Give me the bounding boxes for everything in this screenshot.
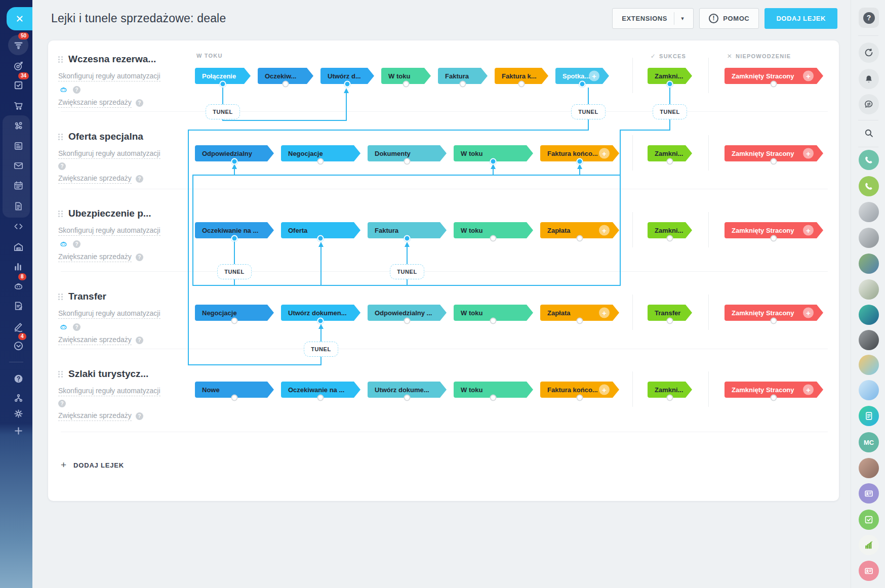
stage-connector-dot[interactable] bbox=[404, 318, 410, 324]
sidebar-item-mail[interactable] bbox=[8, 155, 28, 176]
configure-automation-link[interactable]: Skonfiguruj reguły automatyzacji bbox=[58, 309, 160, 319]
stage-connector-dot[interactable] bbox=[317, 158, 324, 165]
sidebar-item-dev[interactable] bbox=[8, 216, 28, 236]
sidebar-item-docs[interactable] bbox=[8, 196, 28, 216]
avatar-chat-illustration-2[interactable] bbox=[859, 380, 879, 400]
help-hint-icon[interactable]: ? bbox=[73, 86, 81, 94]
add-funnel-link[interactable]: + DODAJ LEJEK bbox=[61, 460, 124, 470]
avatar-user-3[interactable] bbox=[859, 458, 879, 478]
configure-automation-link[interactable]: Skonfiguruj reguły automatyzacji bbox=[58, 386, 160, 396]
stage-connector-dot[interactable] bbox=[666, 395, 673, 401]
add-stage-icon[interactable]: + bbox=[803, 385, 814, 395]
tunnel-badge[interactable]: TUNEL bbox=[390, 264, 424, 279]
stage-connector-dot[interactable] bbox=[666, 235, 673, 242]
stage-connector-dot[interactable] bbox=[490, 395, 497, 401]
add-stage-icon[interactable]: + bbox=[803, 71, 814, 81]
drag-handle-icon[interactable] bbox=[58, 134, 63, 140]
notifications-icon[interactable] bbox=[859, 69, 879, 89]
sidebar-item-company[interactable] bbox=[8, 237, 28, 257]
upsell-link[interactable]: Zwiększanie sprzedaży bbox=[58, 411, 132, 421]
stage-connector-dot[interactable] bbox=[344, 81, 350, 88]
funnel-name[interactable]: Szlaki turystycz... bbox=[68, 368, 148, 380]
stage-connector-dot[interactable] bbox=[231, 395, 237, 401]
upsell-link[interactable]: Zwiększanie sprzedaży bbox=[58, 252, 132, 262]
avatar-chat-chart[interactable] bbox=[859, 535, 879, 555]
stage-connector-dot[interactable] bbox=[666, 81, 673, 88]
help-button[interactable]: ! POMOC bbox=[699, 8, 759, 29]
sidebar-item-crm[interactable]: 50 bbox=[8, 35, 28, 55]
funnel-name[interactable]: Wczesna rezerwa... bbox=[68, 54, 156, 65]
funnel-name[interactable]: Oferta specjalna bbox=[68, 131, 143, 142]
stage-connector-dot[interactable] bbox=[518, 81, 525, 88]
help-hint-icon[interactable]: ? bbox=[136, 337, 143, 344]
sidebar-item-analytics[interactable] bbox=[8, 256, 28, 276]
sidebar-item-help[interactable] bbox=[8, 368, 28, 389]
sidebar-item-contracts[interactable] bbox=[8, 296, 28, 316]
avatar-chat-contacts-purple[interactable] bbox=[859, 483, 879, 503]
sidebar-item-shop[interactable] bbox=[8, 95, 28, 115]
tunnel-badge[interactable]: TUNEL bbox=[653, 104, 687, 119]
messenger-icon[interactable] bbox=[859, 94, 879, 114]
stage-connector-dot[interactable] bbox=[317, 318, 324, 324]
tunnel-badge[interactable]: TUNEL bbox=[571, 104, 606, 119]
tunnel-badge[interactable]: TUNEL bbox=[206, 104, 240, 119]
stage-connector-dot[interactable] bbox=[403, 81, 409, 88]
avatar-chat-contacts-pink[interactable] bbox=[859, 561, 879, 581]
help-hint-icon[interactable]: ? bbox=[136, 254, 143, 261]
stage-connector-dot[interactable] bbox=[231, 318, 237, 324]
stage-connector-dot[interactable] bbox=[771, 395, 777, 401]
history-icon[interactable] bbox=[859, 43, 879, 63]
stage-connector-dot[interactable] bbox=[317, 235, 324, 242]
configure-automation-link[interactable]: Skonfiguruj reguły automatyzacji bbox=[58, 226, 160, 236]
add-stage-icon[interactable]: + bbox=[599, 308, 610, 318]
help-hint-icon[interactable]: ? bbox=[73, 240, 81, 248]
drag-handle-icon[interactable] bbox=[58, 56, 63, 63]
add-stage-icon[interactable]: + bbox=[803, 148, 814, 159]
stage-connector-dot[interactable] bbox=[231, 158, 237, 165]
add-stage-icon[interactable]: + bbox=[599, 385, 610, 395]
close-button[interactable] bbox=[7, 7, 32, 30]
stage-connector-dot[interactable] bbox=[576, 235, 583, 242]
help-hint-icon[interactable]: ? bbox=[58, 400, 66, 407]
extensions-button[interactable]: EXTENSIONS ▾ bbox=[612, 8, 694, 29]
stage-connector-dot[interactable] bbox=[666, 318, 673, 324]
add-stage-icon[interactable]: + bbox=[599, 225, 610, 236]
tunnel-badge[interactable]: TUNEL bbox=[304, 342, 338, 357]
stage-connector-dot[interactable] bbox=[404, 158, 410, 165]
stage-connector-dot[interactable] bbox=[490, 158, 497, 165]
stage-connector-dot[interactable] bbox=[459, 81, 466, 88]
chevron-down-icon[interactable]: ▾ bbox=[681, 15, 684, 22]
help-hint-icon[interactable]: ? bbox=[136, 175, 143, 183]
call-button-teal[interactable] bbox=[859, 150, 879, 170]
tunnel-badge[interactable]: TUNEL bbox=[217, 264, 252, 279]
stage-connector-dot[interactable] bbox=[771, 318, 777, 324]
call-button-green[interactable] bbox=[859, 176, 879, 196]
drag-handle-icon[interactable] bbox=[58, 371, 63, 377]
avatar-initials-mc[interactable]: MC bbox=[859, 432, 879, 452]
sidebar-item-feed[interactable] bbox=[8, 136, 28, 156]
add-stage-icon[interactable]: + bbox=[589, 71, 599, 81]
add-stage-icon[interactable]: + bbox=[803, 225, 814, 236]
add-stage-icon[interactable]: + bbox=[599, 148, 610, 159]
stage-connector-dot[interactable] bbox=[579, 81, 585, 88]
avatar-user-2[interactable] bbox=[859, 228, 879, 248]
helpdesk-button[interactable]: ? bbox=[859, 8, 879, 28]
sidebar-item-calendar[interactable] bbox=[8, 175, 28, 195]
sidebar-item-collab[interactable] bbox=[8, 115, 28, 136]
stage-connector-dot[interactable] bbox=[490, 235, 497, 242]
robot-icon[interactable] bbox=[58, 322, 69, 331]
stage-connector-dot[interactable] bbox=[282, 81, 289, 88]
sidebar-item-approvals[interactable]: 4 bbox=[8, 335, 28, 356]
sidebar-item-automation[interactable]: 8 bbox=[8, 276, 28, 296]
avatar-chat-street[interactable] bbox=[859, 330, 879, 350]
stage-connector-dot[interactable] bbox=[490, 318, 497, 324]
help-hint-icon[interactable]: ? bbox=[58, 162, 66, 170]
avatar-chat-office[interactable] bbox=[859, 279, 879, 300]
stage-connector-dot[interactable] bbox=[576, 158, 583, 165]
drag-handle-icon[interactable] bbox=[58, 211, 63, 217]
stage-connector-dot[interactable] bbox=[317, 395, 324, 401]
avatar-user-1[interactable] bbox=[859, 202, 879, 222]
configure-automation-link[interactable]: Skonfiguruj reguły automatyzacji bbox=[58, 71, 160, 81]
sidebar-item-sign[interactable] bbox=[8, 316, 28, 337]
stage-connector-dot[interactable] bbox=[771, 235, 777, 242]
